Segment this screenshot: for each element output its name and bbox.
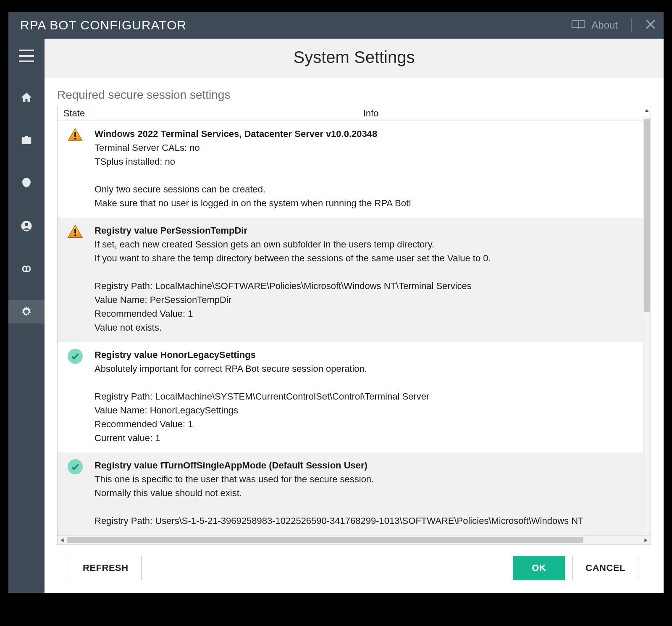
svg-point-8 bbox=[74, 138, 76, 139]
row-title: Windows 2022 Terminal Services, Datacent… bbox=[94, 127, 644, 141]
svg-rect-9 bbox=[74, 229, 76, 233]
info-line: Recommended Value: 1 bbox=[94, 417, 644, 431]
blank-line bbox=[94, 500, 644, 514]
state-cell bbox=[64, 348, 86, 445]
info-line: Registry Path: LocalMachine\SOFTWARE\Pol… bbox=[94, 279, 644, 293]
footer-bar: REFRESH OK CANCEL bbox=[57, 545, 651, 593]
row-title: Registry value HonorLegacySettings bbox=[94, 348, 644, 362]
info-line: This one is specific to the user that wa… bbox=[94, 472, 644, 486]
state-cell bbox=[64, 458, 86, 528]
page-header: System Settings bbox=[45, 39, 664, 78]
sidebar-item-user[interactable] bbox=[8, 214, 45, 238]
content-area: System Settings Required secure session … bbox=[45, 39, 664, 593]
section-title: Required secure session settings bbox=[57, 88, 651, 102]
horizontal-scrollbar[interactable] bbox=[58, 535, 651, 544]
sidebar bbox=[8, 39, 45, 593]
info-line: TSplus installed: no bbox=[94, 155, 644, 168]
scroll-left-arrow-icon[interactable] bbox=[58, 536, 67, 544]
app-window: RPA BOT CONFIGURATOR About bbox=[8, 12, 664, 593]
close-icon[interactable] bbox=[645, 19, 656, 32]
sidebar-item-home[interactable] bbox=[8, 86, 45, 109]
info-line: Value Name: PerSessionTempDir bbox=[94, 293, 644, 307]
info-line: Terminal Server CALs: no bbox=[94, 141, 644, 155]
table-header: State Info bbox=[58, 106, 651, 121]
blank-line bbox=[94, 376, 644, 389]
info-line: Normally this value should not exist. bbox=[94, 486, 644, 500]
page-title: System Settings bbox=[45, 48, 664, 67]
svg-point-6 bbox=[25, 223, 28, 226]
info-cell: Registry value fTurnOffSingleAppMode (De… bbox=[94, 458, 644, 528]
row-title: Registry value PerSessionTempDir bbox=[94, 224, 644, 237]
table-row[interactable]: Registry value HonorLegacySettingsAbsolu… bbox=[58, 342, 651, 452]
refresh-button[interactable]: REFRESH bbox=[70, 556, 142, 580]
cancel-button[interactable]: CANCEL bbox=[572, 556, 638, 580]
info-line: Recommended Value: 1 bbox=[94, 307, 644, 321]
warning-icon bbox=[67, 128, 83, 144]
info-cell: Registry value HonorLegacySettingsAbsolu… bbox=[94, 348, 644, 445]
vertical-scrollbar-thumb[interactable] bbox=[644, 119, 650, 312]
info-cell: Registry value PerSessionTempDirIf set, … bbox=[94, 224, 644, 334]
about-link[interactable]: About bbox=[591, 19, 618, 31]
table-body[interactable]: Windows 2022 Terminal Services, Datacent… bbox=[58, 121, 651, 535]
info-line: If set, each new created Session gets an… bbox=[94, 237, 644, 251]
info-line: Only two secure sessions can be created. bbox=[94, 182, 644, 196]
help-book-icon[interactable] bbox=[571, 19, 585, 32]
titlebar-divider bbox=[631, 18, 632, 32]
state-cell bbox=[64, 224, 86, 334]
sidebar-item-infinity[interactable] bbox=[8, 257, 45, 281]
success-icon bbox=[68, 459, 83, 474]
info-line: Make sure that no user is logged in on t… bbox=[94, 196, 644, 210]
state-cell bbox=[64, 127, 86, 210]
info-cell: Windows 2022 Terminal Services, Datacent… bbox=[94, 127, 644, 210]
svg-rect-7 bbox=[74, 132, 76, 137]
table-row[interactable]: Registry value fTurnOffSingleAppMode (De… bbox=[58, 452, 651, 535]
settings-table: State Info Windows 2022 Terminal Service… bbox=[57, 106, 651, 545]
column-header-state[interactable]: State bbox=[58, 106, 91, 121]
horizontal-scrollbar-thumb[interactable] bbox=[67, 537, 583, 543]
info-line: Absolutely important for correct RPA Bot… bbox=[94, 362, 644, 376]
scroll-up-arrow-icon[interactable] bbox=[643, 106, 651, 115]
app-title: RPA BOT CONFIGURATOR bbox=[20, 18, 186, 32]
vertical-scrollbar[interactable] bbox=[643, 117, 651, 536]
blank-line bbox=[94, 168, 644, 182]
sidebar-item-alien[interactable] bbox=[8, 171, 45, 195]
ok-button[interactable]: OK bbox=[513, 556, 565, 580]
sidebar-nav bbox=[8, 86, 45, 324]
titlebar: RPA BOT CONFIGURATOR About bbox=[8, 12, 664, 39]
table-row[interactable]: Registry value PerSessionTempDirIf set, … bbox=[58, 218, 651, 342]
info-line: Value Name: HonorLegacySettings bbox=[94, 403, 644, 417]
menu-toggle-icon[interactable] bbox=[8, 41, 45, 71]
info-line: Current value: 1 bbox=[94, 431, 644, 445]
warning-icon bbox=[67, 224, 83, 240]
info-line: If you want to share the temp directory … bbox=[94, 251, 644, 265]
sidebar-item-briefcase[interactable] bbox=[8, 129, 45, 152]
row-title: Registry value fTurnOffSingleAppMode (De… bbox=[94, 458, 644, 472]
scroll-right-arrow-icon[interactable] bbox=[641, 536, 651, 544]
info-line: Value not exists. bbox=[94, 321, 644, 334]
svg-point-10 bbox=[74, 234, 76, 236]
success-icon bbox=[68, 349, 83, 364]
info-line: Registry Path: Users\S-1-5-21-3969258983… bbox=[94, 514, 644, 528]
column-header-info[interactable]: Info bbox=[91, 106, 651, 121]
blank-line bbox=[94, 265, 644, 279]
sidebar-item-settings[interactable] bbox=[8, 300, 45, 324]
table-row[interactable]: Windows 2022 Terminal Services, Datacent… bbox=[58, 121, 651, 218]
info-line: Registry Path: LocalMachine\SYSTEM\Curre… bbox=[94, 389, 644, 403]
